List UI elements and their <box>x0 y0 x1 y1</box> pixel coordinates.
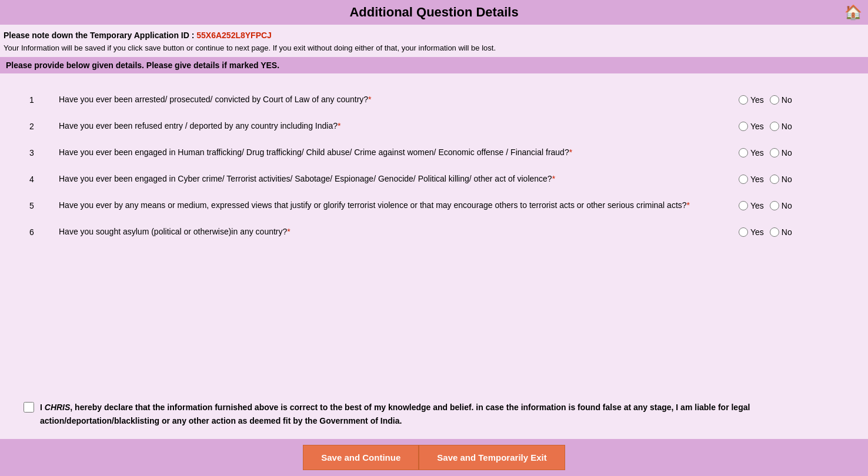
q5-yes-label: Yes <box>750 201 764 210</box>
page-wrapper: Additional Question Details 🏠 Please not… <box>0 0 868 476</box>
q6-yes-option[interactable]: Yes <box>739 227 764 237</box>
q3-yes-option[interactable]: Yes <box>739 148 764 157</box>
question-row: 5 Have you ever by any means or medium, … <box>24 192 844 219</box>
declaration-name: CHRIS <box>45 403 71 412</box>
q3-yes-label: Yes <box>750 148 764 157</box>
q5-yes-radio[interactable] <box>739 201 748 210</box>
q-number-3: 3 <box>24 148 59 157</box>
declaration-section: I CHRIS, hereby declare that the informa… <box>0 391 868 439</box>
q2-yes-option[interactable]: Yes <box>739 122 764 131</box>
q6-no-radio[interactable] <box>770 227 779 237</box>
q-options-5: Yes No <box>739 201 844 210</box>
q4-yes-option[interactable]: Yes <box>739 175 764 184</box>
q4-no-option[interactable]: No <box>770 175 792 184</box>
question-row: 4 Have you ever been engaged in Cyber cr… <box>24 166 844 192</box>
q-options-6: Yes No <box>739 227 844 237</box>
q-number-5: 5 <box>24 201 59 210</box>
questions-section: 1 Have you ever been arrested/ prosecute… <box>0 81 868 391</box>
q1-no-option[interactable]: No <box>770 95 792 105</box>
q4-yes-label: Yes <box>750 175 764 184</box>
q-number-4: 4 <box>24 175 59 184</box>
save-continue-button[interactable]: Save and Continue <box>303 445 419 470</box>
q1-no-label: No <box>782 95 792 105</box>
q-text-3: Have you ever been engaged in Human traf… <box>59 146 739 159</box>
q4-yes-radio[interactable] <box>739 175 748 184</box>
q-options-2: Yes No <box>739 122 844 131</box>
page-title: Additional Question Details <box>349 5 518 19</box>
question-row: 2 Have you ever been refused entry / dep… <box>24 113 844 139</box>
q1-no-radio[interactable] <box>770 95 779 105</box>
question-row: 6 Have you sought asylum (political or o… <box>24 219 844 245</box>
q3-no-option[interactable]: No <box>770 148 792 157</box>
question-row: 1 Have you ever been arrested/ prosecute… <box>24 86 844 113</box>
q-number-6: 6 <box>24 227 59 237</box>
q1-yes-option[interactable]: Yes <box>739 95 764 105</box>
info-text: Your Information will be saved if you cl… <box>0 42 868 57</box>
q3-no-radio[interactable] <box>770 148 779 157</box>
header-bar: Additional Question Details 🏠 <box>0 0 868 25</box>
q3-yes-radio[interactable] <box>739 148 748 157</box>
home-icon[interactable]: 🏠 <box>844 4 862 21</box>
q1-yes-label: Yes <box>750 95 764 105</box>
q5-no-radio[interactable] <box>770 201 779 210</box>
q6-no-option[interactable]: No <box>770 227 792 237</box>
app-id-value: 55X6A252L8YFPCJ <box>196 31 272 40</box>
q4-no-radio[interactable] <box>770 175 779 184</box>
q-text-5: Have you ever by any means or medium, ex… <box>59 199 739 212</box>
q-text-6: Have you sought asylum (political or oth… <box>59 226 739 238</box>
footer-bar: Save and Continue Save and Temporarily E… <box>0 439 868 476</box>
q5-yes-option[interactable]: Yes <box>739 201 764 210</box>
notice-bar: Please provide below given details. Plea… <box>0 57 868 73</box>
q-number-1: 1 <box>24 95 59 105</box>
q2-no-option[interactable]: No <box>770 122 792 131</box>
q3-no-label: No <box>782 148 792 157</box>
q1-yes-radio[interactable] <box>739 95 748 105</box>
question-row: 3 Have you ever been engaged in Human tr… <box>24 139 844 166</box>
declaration-text: I CHRIS, hereby declare that the informa… <box>40 401 844 427</box>
q-text-2: Have you ever been refused entry / depor… <box>59 120 739 132</box>
q2-no-label: No <box>782 122 792 131</box>
q-text-1: Have you ever been arrested/ prosecuted/… <box>59 93 739 106</box>
save-exit-button[interactable]: Save and Temporarily Exit <box>419 445 565 470</box>
q6-yes-label: Yes <box>750 227 764 237</box>
q2-yes-label: Yes <box>750 122 764 131</box>
app-id-label: Please note down the Temporary Applicati… <box>4 31 194 40</box>
q6-yes-radio[interactable] <box>739 227 748 237</box>
q-options-4: Yes No <box>739 175 844 184</box>
declaration-checkbox[interactable] <box>24 402 34 413</box>
q2-yes-radio[interactable] <box>739 122 748 131</box>
q-text-4: Have you ever been engaged in Cyber crim… <box>59 173 739 185</box>
q-options-3: Yes No <box>739 148 844 157</box>
q-number-2: 2 <box>24 122 59 131</box>
q5-no-label: No <box>782 201 792 210</box>
q2-no-radio[interactable] <box>770 122 779 131</box>
q6-no-label: No <box>782 227 792 237</box>
q-options-1: Yes No <box>739 95 844 105</box>
q5-no-option[interactable]: No <box>770 201 792 210</box>
app-id-row: Please note down the Temporary Applicati… <box>0 25 868 42</box>
q4-no-label: No <box>782 175 792 184</box>
